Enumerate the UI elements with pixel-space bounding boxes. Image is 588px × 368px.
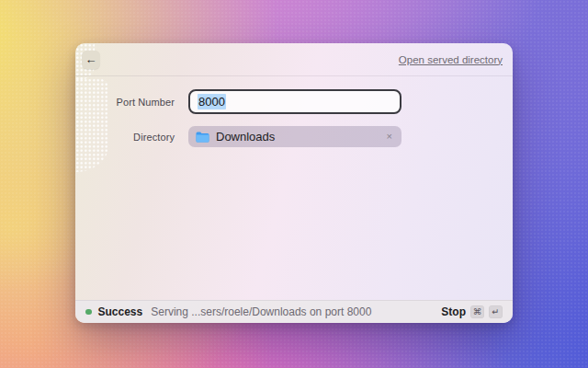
port-number-label: Port Number: [75, 97, 175, 108]
back-button[interactable]: ←: [82, 51, 100, 69]
stop-button[interactable]: Stop: [441, 305, 466, 318]
directory-row: Directory Downloads ×: [75, 126, 513, 147]
port-number-input[interactable]: 8000: [188, 89, 401, 114]
folder-icon: [196, 132, 209, 143]
form-content: Port Number 8000 Directory Downloads ×: [75, 76, 513, 300]
directory-value: Downloads: [216, 130, 275, 144]
command-key-icon: ⌘: [470, 305, 484, 318]
return-key-icon: ↵: [489, 305, 503, 318]
port-number-value: 8000: [198, 94, 226, 109]
app-window: ← Open served directory Port Number 8000…: [75, 43, 513, 323]
directory-field[interactable]: Downloads ×: [188, 126, 401, 147]
window-header: ← Open served directory: [75, 43, 513, 76]
status-message: Serving ...sers/roele/Downloads on port …: [151, 305, 371, 318]
status-bar: Success Serving ...sers/roele/Downloads …: [75, 300, 513, 323]
desktop-background: ← Open served directory Port Number 8000…: [0, 0, 588, 368]
status-state-label: Success: [98, 305, 143, 318]
success-status-dot-icon: [85, 309, 92, 316]
open-served-directory-link[interactable]: Open served directory: [399, 54, 503, 65]
port-number-row: Port Number 8000: [75, 89, 513, 114]
directory-label: Directory: [75, 132, 175, 143]
clear-directory-button[interactable]: ×: [385, 130, 394, 144]
